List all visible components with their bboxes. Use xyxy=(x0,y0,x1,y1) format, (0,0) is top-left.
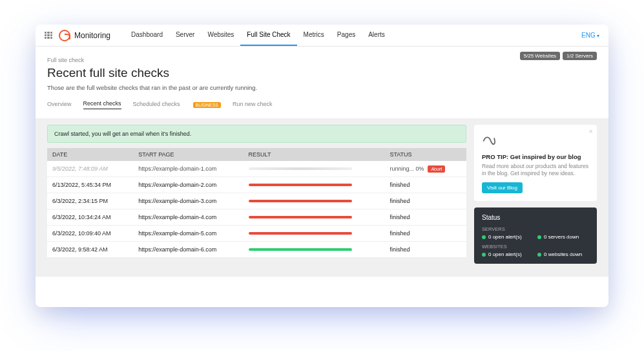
table-row[interactable]: 6/3/2022, 10:34:24 AMhttps://example-dom… xyxy=(47,209,466,226)
tab-run-new-check[interactable]: Run new check xyxy=(233,101,273,109)
quota-badges: 5/25 Websites 1/2 Servers xyxy=(520,52,597,60)
col-header: START PAGE xyxy=(133,148,243,161)
status-servers-down: 0 servers down xyxy=(537,234,589,240)
result-bar xyxy=(249,200,352,202)
cell-date: 6/3/2022, 9:58:42 AM xyxy=(47,242,133,258)
table-row[interactable]: 9/5/2022, 7:48:09 AMhttps://example-doma… xyxy=(47,161,466,177)
checks-table: DATESTART PAGERESULTSTATUS 9/5/2022, 7:4… xyxy=(47,148,466,258)
nav-item-metrics[interactable]: Metrics xyxy=(297,25,331,46)
cell-date: 6/3/2022, 2:34:15 PM xyxy=(47,193,133,209)
status-websites-label: WEBSITES xyxy=(482,244,589,250)
cell-result xyxy=(244,177,385,193)
result-bar xyxy=(249,184,352,186)
tip-text: Read more about our products and feature… xyxy=(482,163,589,177)
table-row[interactable]: 6/3/2022, 10:09:40 AMhttps://example-dom… xyxy=(47,226,466,242)
status-title: Status xyxy=(482,214,589,221)
cell-start-page: https://example-domain-2.com xyxy=(133,177,243,193)
main-nav: DashboardServerWebsitesFull Site CheckMe… xyxy=(125,25,391,46)
topbar: Monitoring DashboardServerWebsitesFull S… xyxy=(36,25,608,47)
cell-result xyxy=(244,226,385,242)
cell-date: 6/3/2022, 10:09:40 AM xyxy=(47,226,133,242)
status-websites-alerts: 0 open alert(s) xyxy=(482,251,534,257)
tab-recent-checks[interactable]: Recent checks xyxy=(83,100,121,109)
cell-status: finished xyxy=(384,209,466,226)
language-selector[interactable]: ENG xyxy=(581,32,599,39)
col-header: RESULT xyxy=(244,148,385,161)
nav-item-alerts[interactable]: Alerts xyxy=(362,25,391,46)
nav-item-server[interactable]: Server xyxy=(169,25,201,46)
cell-status: finished xyxy=(384,177,466,193)
result-bar xyxy=(249,232,352,235)
quota-servers-badge: 1/2 Servers xyxy=(563,52,597,60)
cell-result xyxy=(244,161,385,177)
cell-status: finished xyxy=(384,193,466,209)
page-subtitle: Those are the full website checks that r… xyxy=(47,84,597,91)
cell-result xyxy=(244,193,385,209)
table-row[interactable]: 6/3/2022, 9:58:42 AMhttps://example-doma… xyxy=(47,242,466,258)
cell-status: running... 0%Abort xyxy=(384,161,466,177)
result-bar xyxy=(249,167,352,170)
brand-logo-icon xyxy=(59,30,70,41)
status-servers-alerts: 0 open alert(s) xyxy=(482,234,534,240)
cell-start-page: https://example-domain-4.com xyxy=(133,209,243,226)
close-icon[interactable]: × xyxy=(589,127,593,135)
cell-start-page: https://example-domain-3.com xyxy=(133,193,243,209)
tip-title: PRO TIP: Get inspired by our blog xyxy=(482,153,589,160)
tab-overview[interactable]: Overview xyxy=(47,101,72,109)
cell-date: 9/5/2022, 7:48:09 AM xyxy=(47,161,133,177)
abort-button[interactable]: Abort xyxy=(428,165,445,173)
page-title: Recent full site checks xyxy=(47,66,597,80)
col-header: STATUS xyxy=(384,148,466,161)
col-header: DATE xyxy=(47,148,133,161)
brand-name: Monitoring xyxy=(74,31,110,40)
nav-item-full-site-check[interactable]: Full Site Check xyxy=(240,25,296,46)
nav-item-dashboard[interactable]: Dashboard xyxy=(125,25,169,46)
cell-result xyxy=(244,242,385,258)
quota-websites-badge: 5/25 Websites xyxy=(520,52,561,60)
table-row[interactable]: 6/3/2022, 2:34:15 PMhttps://example-doma… xyxy=(47,193,466,209)
status-card: Status SERVERS 0 open alert(s) 0 servers… xyxy=(474,207,597,264)
cell-date: 6/13/2022, 5:45:34 PM xyxy=(47,177,133,193)
status-servers-label: SERVERS xyxy=(482,226,589,232)
cell-start-page: https://example-domain-6.com xyxy=(133,242,243,258)
app-grid-icon[interactable] xyxy=(45,32,52,39)
cell-start-page: https://example-domain-1.com xyxy=(133,161,243,177)
status-websites-down: 0 websites down xyxy=(537,251,589,257)
result-bar xyxy=(249,248,352,251)
cell-status: finished xyxy=(384,226,466,242)
alert-crawl-started: Crawl started, you will get an email whe… xyxy=(47,125,466,143)
cell-result xyxy=(244,209,385,226)
cell-status: finished xyxy=(384,242,466,258)
nav-item-pages[interactable]: Pages xyxy=(331,25,362,46)
result-bar xyxy=(249,216,352,218)
tip-icon xyxy=(482,133,496,147)
business-badge: BUSINESS xyxy=(193,102,221,108)
cell-start-page: https://example-domain-5.com xyxy=(133,226,243,242)
visit-blog-button[interactable]: Visit our Blog xyxy=(482,182,523,193)
brand-logo[interactable]: Monitoring xyxy=(59,30,110,41)
content-tabs: OverviewRecent checksScheduled checksBUS… xyxy=(47,100,597,109)
nav-item-websites[interactable]: Websites xyxy=(201,25,240,46)
cell-date: 6/3/2022, 10:34:24 AM xyxy=(47,209,133,226)
breadcrumb: Full site check xyxy=(47,57,597,63)
tab-scheduled-checks[interactable]: Scheduled checks xyxy=(133,101,180,109)
table-row[interactable]: 6/13/2022, 5:45:34 PMhttps://example-dom… xyxy=(47,177,466,193)
tip-card: × PRO TIP: Get inspired by our blog Read… xyxy=(474,125,597,201)
